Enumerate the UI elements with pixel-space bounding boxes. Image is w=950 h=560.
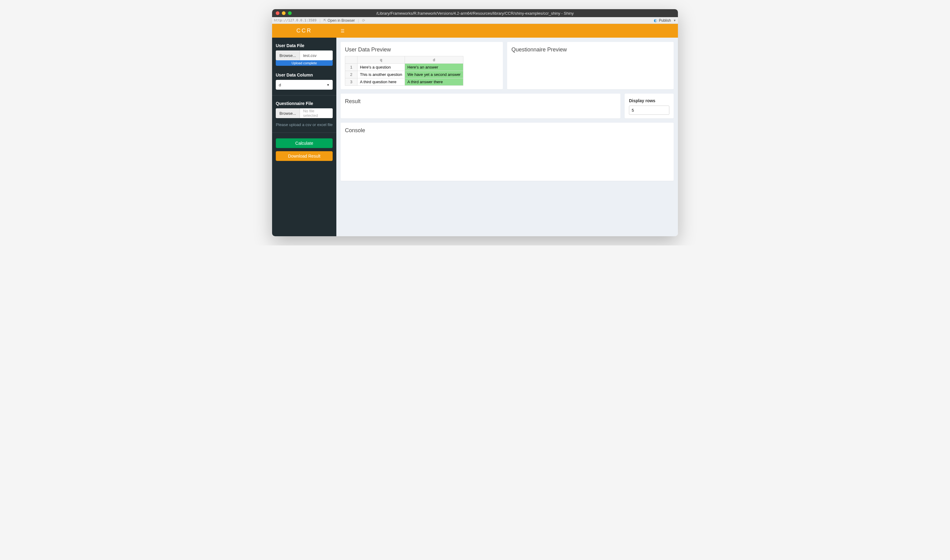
table-header: d bbox=[405, 56, 463, 64]
cell-d: A third answer there bbox=[405, 78, 463, 86]
questionnaire-browse-button[interactable]: Browse... bbox=[276, 108, 300, 118]
publish-icon: ◐ bbox=[654, 18, 657, 23]
display-rows-input[interactable] bbox=[629, 106, 669, 115]
caret-down-icon: ▼ bbox=[326, 83, 329, 86]
console-title: Console bbox=[345, 127, 669, 134]
result-box: Result bbox=[341, 94, 621, 118]
upload-progress: Upload complete bbox=[276, 60, 333, 66]
sidebar-divider bbox=[272, 132, 336, 133]
user-data-column-select[interactable]: d ▼ bbox=[276, 80, 333, 90]
user-data-browse-button[interactable]: Browse... bbox=[276, 51, 300, 60]
user-data-file-input[interactable]: Browse... test.csv bbox=[276, 51, 333, 60]
user-data-column-value: d bbox=[279, 83, 281, 87]
row-number: 3 bbox=[345, 78, 357, 86]
table-row: 2 This is another question We have yet a… bbox=[345, 71, 463, 78]
reload-button[interactable]: ⟳ bbox=[362, 18, 365, 23]
row-number: 2 bbox=[345, 71, 357, 78]
result-title: Result bbox=[345, 98, 616, 105]
app-logo: CCR bbox=[272, 24, 336, 38]
questionnaire-file-input[interactable]: Browse... No file selected bbox=[276, 108, 333, 118]
window-title: /Library/Frameworks/R.framework/Versions… bbox=[272, 11, 678, 15]
caret-down-icon: ▼ bbox=[673, 19, 676, 22]
toolbar-separator: | bbox=[320, 18, 320, 23]
console-box: Console bbox=[341, 123, 674, 181]
user-data-filename: test.csv bbox=[300, 51, 333, 60]
toolbar: http://127.0.0.1:3589 | ⇱ Open in Browse… bbox=[272, 17, 678, 24]
sidebar-toggle-button[interactable]: ☰ bbox=[336, 28, 349, 33]
open-in-browser-label: Open in Browser bbox=[328, 18, 355, 23]
table-header bbox=[345, 56, 357, 64]
sidebar-helper-text: Please upload a csv or excel file bbox=[276, 122, 333, 127]
open-in-browser-button[interactable]: ⇱ Open in Browser bbox=[323, 18, 355, 23]
minimize-window-button[interactable] bbox=[282, 11, 286, 15]
cell-d: We have yet a second answer bbox=[405, 71, 463, 78]
questionnaire-filename: No file selected bbox=[300, 108, 333, 118]
close-window-button[interactable] bbox=[276, 11, 279, 15]
maximize-window-button[interactable] bbox=[288, 11, 292, 15]
app-body: User Data File Browse... test.csv Upload… bbox=[272, 38, 678, 236]
download-result-button[interactable]: Download Result bbox=[276, 151, 333, 161]
cell-q: Here's a question bbox=[357, 64, 405, 71]
table-row: 1 Here's a question Here's an answer bbox=[345, 64, 463, 71]
hamburger-icon: ☰ bbox=[341, 28, 345, 33]
app-window: /Library/Frameworks/R.framework/Versions… bbox=[272, 9, 678, 236]
url-display: http://127.0.0.1:3589 bbox=[274, 18, 316, 22]
display-rows-label: Display rows bbox=[629, 98, 669, 103]
window-controls bbox=[272, 11, 292, 15]
titlebar: /Library/Frameworks/R.framework/Versions… bbox=[272, 9, 678, 17]
table-header: q bbox=[357, 56, 405, 64]
user-data-preview-title: User Data Preview bbox=[345, 46, 499, 53]
display-rows-box: Display rows bbox=[625, 94, 674, 118]
app-header: CCR ☰ bbox=[272, 24, 678, 38]
user-data-file-label: User Data File bbox=[276, 43, 333, 48]
questionnaire-file-label: Questionnaire File bbox=[276, 101, 333, 106]
cell-d: Here's an answer bbox=[405, 64, 463, 71]
sidebar: User Data File Browse... test.csv Upload… bbox=[272, 38, 336, 236]
user-data-column-label: User Data Column bbox=[276, 72, 333, 77]
cell-q: This is another question bbox=[357, 71, 405, 78]
cell-q: A third question here bbox=[357, 78, 405, 86]
sidebar-divider bbox=[272, 95, 336, 95]
toolbar-separator: | bbox=[358, 18, 359, 23]
popout-icon: ⇱ bbox=[323, 18, 326, 22]
user-data-preview-table: q d 1 Here's a question Here's an answer bbox=[345, 56, 463, 86]
main-content: User Data Preview q d 1 bbox=[336, 38, 678, 236]
user-data-preview-box: User Data Preview q d 1 bbox=[341, 42, 503, 89]
publish-label: Publish bbox=[659, 18, 671, 23]
calculate-button[interactable]: Calculate bbox=[276, 138, 333, 148]
questionnaire-preview-title: Questionnaire Preview bbox=[511, 46, 669, 53]
publish-button[interactable]: ◐ Publish ▼ bbox=[654, 18, 676, 23]
questionnaire-preview-box: Questionnaire Preview bbox=[507, 42, 674, 89]
table-row: 3 A third question here A third answer t… bbox=[345, 78, 463, 86]
row-number: 1 bbox=[345, 64, 357, 71]
